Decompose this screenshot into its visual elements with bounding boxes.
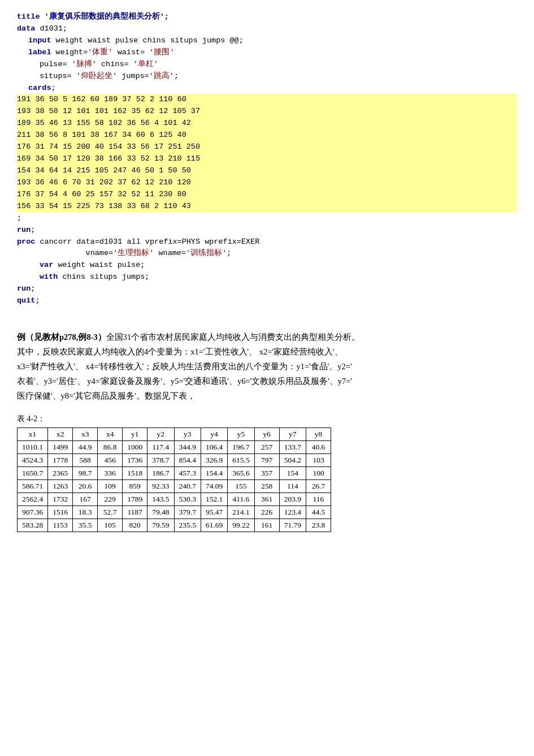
table-cell: 74.09 [201,479,227,493]
table-cell: 326.9 [201,453,227,466]
with-list: chins situps jumps; [58,273,149,281]
quit-line: quit; [17,295,517,307]
table-row: 1650.7236598.73361518186.7457.3154.4365.… [18,466,331,479]
prose-section: 例（见教材p278,例8-3）全国31个省市农村居民家庭人均纯收入与消费支出的典… [17,330,517,403]
run2-semi: ; [31,284,35,293]
keyword-proc: proc [17,237,35,246]
data-row: 154 34 64 14 215 105 247 46 50 1 50 50 [17,165,517,177]
table-cell: 1650.7 [18,466,48,479]
table-cell: 114 [279,479,306,493]
table-cell: 583.28 [18,519,48,532]
chins-label: chins= [97,60,133,68]
data-row: 193 36 46 6 70 31 202 37 62 12 210 120 [17,177,517,189]
table-cell: 109 [98,479,123,493]
table-cell: 116 [306,493,331,506]
data-row-text: 189 35 46 13 155 58 182 36 56 4 101 42 [17,118,517,129]
table-cell: 117.4 [147,440,174,453]
semicolon-line: ; [17,213,517,224]
table-cell: 615.5 [228,453,254,466]
table-header: y4 [201,427,227,440]
str-chins: '单杠' [133,60,158,68]
data-row-text: 154 34 64 14 215 105 247 46 50 1 50 50 [17,165,517,177]
table-cell: 214.1 [228,506,254,519]
data-row-text: 169 34 50 17 120 38 166 33 52 13 210 115 [17,153,517,165]
table-cell: 79.48 [147,506,174,519]
data-row: 156 33 54 15 225 73 138 33 68 2 110 43 [17,201,517,213]
vname-line: vname='生理指标' wname='训练指标'; [17,248,517,260]
table-cell: 133.7 [279,440,306,453]
table-row: 4524.317785884561736378.7854.4326.9615.5… [18,453,331,466]
table-row: 2562.417321672291789143.5530.3152.1411.6… [18,493,331,506]
wname-text: wname= [154,249,186,257]
table-cell: 100 [306,466,331,479]
table-cell: 4524.3 [18,453,48,466]
table-cell: 530.3 [174,493,201,506]
table-header: y5 [228,427,254,440]
code-block: title '康复俱乐部数据的典型相关分析'; data d1031; inpu… [17,11,517,307]
table-cell: 86.8 [98,440,123,453]
vname-semi: ; [227,249,231,257]
keyword-label: label [28,48,51,57]
table-row: 907.36151618.352.7118779.48379.795.47214… [18,506,331,519]
table-cell: 44.5 [306,506,331,519]
intro-text: 全国31个省市农村居民家庭人均纯收入与消费支出的典型相关分析。 [106,332,361,342]
table-cell: 797 [254,453,279,466]
table-cell: 143.5 [147,493,174,506]
data-rows-container: 191 36 50 5 162 60 189 37 52 2 110 60193… [17,94,517,212]
table-cell: 99.22 [228,519,254,532]
table-cell: 907.36 [18,506,48,519]
table-cell: 20.6 [73,479,98,493]
table-cell: 820 [123,519,147,532]
table-cell: 456 [98,453,123,466]
table-cell: 365.6 [228,466,254,479]
table-cell: 154.4 [201,466,227,479]
prose-line2: 其中，反映农民家庭人均纯收入的4个变量为：x1='工资性收入'、 x2='家庭经… [17,344,517,359]
table-row: 586.71126320.610985992.33240.774.0915525… [18,479,331,493]
table-cell: 52.7 [98,506,123,519]
table-cell: 1263 [48,479,73,493]
input-vars: weight waist pulse chins situps jumps @@… [51,36,244,45]
keyword-cards: cards [28,84,51,92]
table-cell: 257 [254,440,279,453]
data-row: 211 38 56 8 101 38 167 34 60 6 125 40 [17,129,517,141]
situps-label: situps= [40,72,76,80]
keyword-data: data [17,24,35,33]
table-cell: 457.3 [174,466,201,479]
table-header: y2 [147,427,174,440]
jumps-label: jumps= [117,72,149,80]
str-weight: '体重' [88,48,112,57]
intro-paragraph: 例（见教材p278,例8-3）全国31个省市农村居民家庭人均纯收入与消费支出的典… [17,330,517,344]
data-row-text: 156 33 54 15 225 73 138 33 68 2 110 43 [17,201,517,213]
table-cell: 35.5 [73,519,98,532]
data-row-text: 176 37 54 4 60 25 157 32 52 11 230 80 [17,189,517,201]
table-header: y1 [123,427,147,440]
var-line: var weight waist pulse; [40,260,517,271]
table-cell: 854.4 [174,453,201,466]
table-cell: 229 [98,493,123,506]
table-cell: 155 [228,479,254,493]
cards-semi: ; [51,84,56,92]
input-line: input weight waist pulse chins situps ju… [28,35,517,47]
table-cell: 152.1 [201,493,227,506]
table-cell: 40.6 [306,440,331,453]
data-row: 176 37 54 4 60 25 157 32 52 11 230 80 [17,189,517,201]
data-row: 193 38 58 12 101 101 162 35 62 12 105 37 [17,106,517,118]
data-table: x1x2x3x4y1y2y3y4y5y6y7y81010.1149944.986… [17,427,331,532]
label-waist-eq: waist= [113,48,150,57]
label-line2: pulse= '脉搏' chins= '单杠' [40,59,517,71]
keyword-run2: run [17,284,31,293]
var-list: weight waist pulse; [53,261,145,269]
title-line: title '康复俱乐部数据的典型相关分析'; [17,11,517,23]
table-cell: 1187 [123,506,147,519]
table-header: x3 [73,427,98,440]
table-cell: 167 [73,493,98,506]
table-cell: 235.5 [174,519,201,532]
table-cell: 504.2 [279,453,306,466]
example-label: 例（见教材p278,例8-3） [17,332,106,342]
str-pulse: '脉搏' [72,60,97,68]
table-cell: 44.9 [73,440,98,453]
table-cell: 106.4 [201,440,227,453]
table-cell: 154 [279,466,306,479]
table-header: x1 [18,427,48,440]
table-header: x4 [98,427,123,440]
